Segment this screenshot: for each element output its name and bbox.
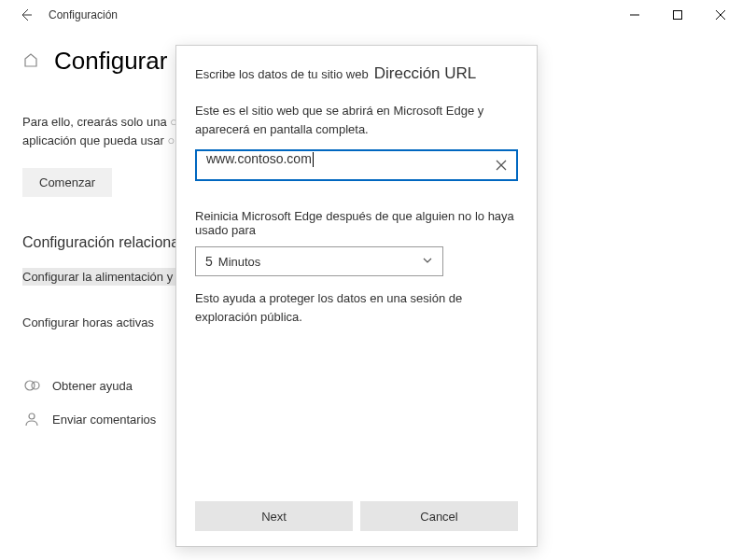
kiosk-dialog: Escribe los datos de tu sitio web Direcc… bbox=[175, 45, 538, 547]
titlebar: Configuración bbox=[0, 0, 742, 30]
clear-input-button[interactable] bbox=[490, 154, 512, 176]
help-icon bbox=[22, 376, 41, 395]
url-input[interactable]: www.contoso.com bbox=[195, 149, 518, 181]
dialog-title: Dirección URL bbox=[374, 64, 477, 83]
dialog-description: Este es el sitio web que se abrirá en Mi… bbox=[195, 102, 518, 138]
next-button[interactable]: Next bbox=[195, 501, 353, 531]
timeout-unit: Minutos bbox=[218, 255, 422, 269]
maximize-button[interactable] bbox=[656, 0, 699, 30]
minimize-button[interactable] bbox=[613, 0, 656, 30]
get-help-label: Obtener ayuda bbox=[52, 379, 133, 393]
send-feedback-label: Enviar comentarios bbox=[52, 413, 156, 427]
protect-text: Esto ayuda a proteger los datos en una s… bbox=[195, 289, 518, 326]
dialog-header: Escribe los datos de tu sitio web Direcc… bbox=[195, 64, 518, 83]
dialog-buttons: Next Cancel bbox=[195, 501, 518, 531]
chevron-down-icon bbox=[422, 253, 433, 270]
dialog-subtitle: Escribe los datos de tu sitio web bbox=[195, 67, 369, 81]
begin-button[interactable]: Comenzar bbox=[22, 168, 112, 197]
home-icon bbox=[22, 51, 39, 72]
window-title: Configuración bbox=[49, 8, 118, 21]
svg-rect-1 bbox=[674, 11, 682, 20]
window-controls bbox=[613, 0, 742, 30]
back-button[interactable] bbox=[15, 4, 37, 26]
svg-point-6 bbox=[29, 413, 35, 419]
feedback-icon bbox=[22, 410, 41, 428]
timeout-select-wrapper: 5 Minutos bbox=[195, 246, 443, 276]
svg-point-5 bbox=[32, 382, 39, 389]
timeout-select[interactable]: 5 Minutos bbox=[195, 246, 443, 276]
restart-label: Reinicia Microsoft Edge después de que a… bbox=[195, 209, 518, 237]
cancel-button[interactable]: Cancel bbox=[360, 501, 518, 531]
url-input-wrapper: www.contoso.com bbox=[195, 149, 518, 181]
timeout-value: 5 bbox=[205, 254, 213, 269]
close-button[interactable] bbox=[699, 0, 742, 30]
